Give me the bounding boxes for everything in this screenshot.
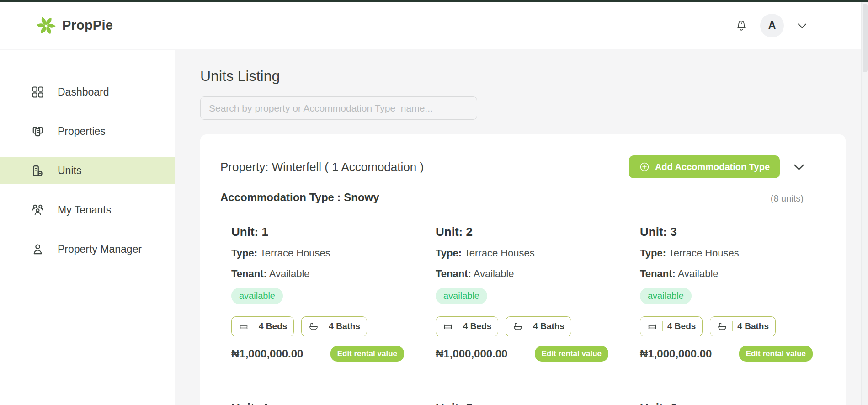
property-actions: Add Accommodation Type [629,155,825,178]
chip-divider [528,321,528,331]
chip-divider [254,321,254,331]
chip-divider [662,321,663,331]
search-input[interactable] [200,96,477,120]
bathtub-icon [308,321,319,332]
property-header-row: Property: Winterfell ( 1 Accomodation ) … [220,155,825,178]
scrollbar-thumb[interactable] [863,4,868,72]
edit-rental-value-button[interactable]: Edit rental value [535,346,608,362]
bell-icon[interactable] [735,19,748,32]
unit-tenant-line: Tenant: Available [640,267,813,281]
unit-type-label: Type: [231,247,257,259]
sidebar-item-units[interactable]: Units [0,157,175,184]
unit-type-value: Terrace Houses [464,247,535,259]
unit-title: Unit: 4 [231,400,404,405]
grid-icon [31,85,45,99]
units-count: (8 units) [771,193,825,204]
unit-title: Unit: 6 [640,400,813,405]
pinwheel-flower-icon [36,16,56,36]
beds-chip: 4 Beds [231,316,294,336]
header-actions: A [175,14,868,37]
bathtub-icon [717,321,728,332]
brand-name: PropPie [62,18,113,33]
accommodation-heading: Accommodation Type : Snowy [220,191,379,204]
unit-tenant-label: Tenant: [640,268,676,279]
sidebar-item-properties[interactable]: Properties [0,117,175,145]
brand: PropPie [0,2,175,49]
unit-card: Unit: 2 Type: Terrace Houses Tenant: Ava… [436,224,608,361]
chevron-down-icon[interactable] [796,19,809,32]
unit-status-row: available [231,288,404,304]
sidebar-item-my-tenants[interactable]: My Tenants [0,196,175,224]
chevron-down-icon[interactable] [792,160,806,174]
unit-card: Unit: 4 [231,400,404,405]
add-accommodation-type-label: Add Accommodation Type [655,162,770,172]
unit-type-line: Type: Terrace Houses [436,246,608,260]
sidebar: Dashboard Properties Units [0,50,175,405]
bed-icon [647,321,658,332]
avatar[interactable]: A [760,14,784,37]
bed-icon [442,321,453,332]
unit-title: Unit: 2 [436,224,608,240]
sidebar-item-label: Dashboard [58,86,109,98]
top-accent-bar [0,0,868,2]
units-grid: Unit: 1 Type: Terrace Houses Tenant: Ava… [231,224,825,405]
baths-label: 4 Baths [533,321,564,331]
chip-divider [458,321,458,331]
unit-tenant-label: Tenant: [436,268,471,279]
unit-price: ₦1,000,000.00 [640,347,712,360]
sidebar-item-label: Units [58,165,81,177]
property-heading: Property: Winterfell ( 1 Accomodation ) [220,160,424,174]
unit-type-label: Type: [640,247,666,259]
page-title: Units Listing [200,66,868,85]
unit-status-row: available [436,288,608,304]
chip-divider [732,321,733,331]
avatar-initial: A [768,19,776,32]
unit-card: Unit: 3 Type: Terrace Houses Tenant: Ava… [640,224,813,361]
unit-title: Unit: 5 [436,400,608,405]
beds-chip: 4 Beds [640,316,703,336]
unit-type-value: Terrace Houses [260,247,330,259]
unit-type-line: Type: Terrace Houses [231,246,404,260]
bed-icon [238,321,249,332]
unit-price-row: ₦1,000,000.00 Edit rental value [231,346,404,361]
users-icon [31,203,45,217]
unit-type-label: Type: [436,247,462,259]
accommodation-header-row: Accommodation Type : Snowy (8 units) [220,191,825,204]
vertical-scrollbar[interactable] [861,2,868,405]
add-accommodation-type-button[interactable]: Add Accommodation Type [629,155,780,178]
unit-tenant-line: Tenant: Available [436,267,608,281]
beds-label: 4 Beds [463,321,491,331]
sidebar-item-property-manager[interactable]: Property Manager [0,235,175,263]
unit-card: Unit: 1 Type: Terrace Houses Tenant: Ava… [231,224,404,361]
sidebar-item-label: Property Manager [58,243,142,256]
unit-type-line: Type: Terrace Houses [640,246,813,260]
app-header: PropPie A [0,2,868,49]
main-content: Units Listing Property: Winterfell ( 1 A… [176,50,868,405]
chip-divider [324,321,324,331]
baths-label: 4 Baths [329,321,360,331]
sidebar-item-dashboard[interactable]: Dashboard [0,78,175,106]
unit-price-row: ₦1,000,000.00 Edit rental value [640,346,813,361]
bathtub-icon [512,321,523,332]
unit-title: Unit: 3 [640,224,813,240]
property-card: Property: Winterfell ( 1 Accomodation ) … [200,134,846,405]
unit-features-row: 4 Beds 4 Baths [640,316,813,336]
sidebar-item-label: My Tenants [58,204,111,216]
baths-chip: 4 Baths [506,316,571,336]
status-badge: available [231,288,283,304]
status-badge: available [640,288,692,304]
user-icon [31,242,45,256]
unit-price-row: ₦1,000,000.00 Edit rental value [436,346,608,361]
unit-price: ₦1,000,000.00 [231,347,303,360]
sidebar-item-label: Properties [58,125,106,138]
unit-features-row: 4 Beds 4 Baths [231,316,404,336]
unit-tenant-value: Available [474,268,514,279]
unit-tenant-value: Available [678,268,719,279]
plus-circle-icon [639,161,650,172]
unit-price: ₦1,000,000.00 [436,347,507,360]
baths-label: 4 Baths [737,321,769,331]
beds-label: 4 Beds [667,321,696,331]
edit-rental-value-button[interactable]: Edit rental value [739,346,813,362]
beds-chip: 4 Beds [436,316,498,336]
edit-rental-value-button[interactable]: Edit rental value [330,346,404,362]
